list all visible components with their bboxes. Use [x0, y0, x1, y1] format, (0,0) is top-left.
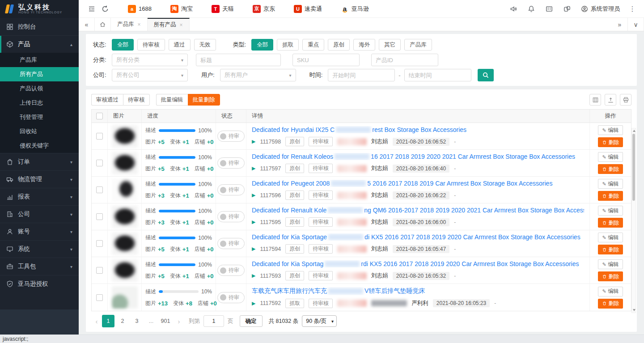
platform-link[interactable]: 淘 淘宝 — [170, 5, 193, 13]
more-menu-icon[interactable]: ⋮ — [627, 5, 638, 13]
edit-button[interactable]: ✎ 编辑 — [598, 179, 623, 189]
sidebar-item-order[interactable]: 订单▾ — [0, 153, 79, 170]
batch-edit-button[interactable]: 批量编辑 — [156, 94, 188, 106]
filter-chip[interactable]: 重点 — [302, 39, 324, 51]
scroll-up-icon[interactable] — [633, 130, 636, 132]
sidebar-item-company[interactable]: 公司▾ — [0, 205, 79, 223]
sidebar-item-system[interactable]: 系统▾ — [0, 240, 79, 258]
sidebar-subitem[interactable]: 侵权关键字 — [0, 139, 79, 153]
tabs-menu-button[interactable]: ∨ — [628, 18, 644, 31]
product-title-link[interactable]: Dedicated for Kia Sportag rdi KX5 2016 2… — [252, 260, 584, 267]
sidebar-item-amazon-auth[interactable]: 亚马逊授权 — [0, 275, 79, 292]
page-number[interactable]: 3 — [131, 315, 143, 327]
edit-button[interactable]: ✎ 编辑 — [598, 152, 623, 162]
sidebar-item-logistics[interactable]: 物流管理▾ — [0, 170, 79, 188]
product-title-link[interactable]: Dedicated for Kia Sportage di KX5 2016 2… — [252, 233, 584, 241]
sku-input[interactable] — [292, 54, 360, 66]
product-title-link[interactable]: Dedicated for Renault Koleos 16 2017 201… — [252, 153, 584, 160]
sidebar-item-account[interactable]: 账号▾ — [0, 223, 79, 240]
edit-button[interactable]: ✎ 编辑 — [598, 125, 623, 135]
play-icon[interactable]: ▶ — [252, 273, 255, 279]
platform-link[interactable]: 京 京东 — [253, 5, 275, 13]
platform-link[interactable]: a 1688 — [128, 5, 152, 13]
scrollbar-thumb[interactable] — [632, 134, 635, 201]
product-image[interactable] — [112, 233, 138, 255]
approve-button[interactable]: 审核通过 — [91, 94, 123, 106]
play-icon[interactable]: ▶ — [252, 192, 255, 198]
row-checkbox[interactable] — [96, 160, 103, 166]
play-icon[interactable]: ▶ — [252, 246, 255, 252]
platform-link[interactable]: a 亚马逊 — [341, 5, 369, 13]
goto-page-input[interactable] — [203, 315, 224, 327]
apps-grid-icon[interactable] — [542, 2, 556, 16]
edit-button[interactable]: ✎ 编辑 — [598, 233, 623, 242]
category-select[interactable]: 所有分类 ▾ — [112, 54, 188, 66]
page-number[interactable]: 2 — [116, 315, 129, 327]
product-title-link[interactable]: Dedicated for Peugeot 2008 5 2016 2017 2… — [252, 180, 584, 187]
tab-close-icon[interactable]: × — [138, 21, 141, 28]
user-select[interactable]: 所有用户 ▾ — [220, 69, 296, 81]
title-input[interactable] — [196, 54, 281, 66]
row-checkbox[interactable] — [96, 294, 103, 301]
delete-button[interactable]: 删除 — [598, 245, 623, 254]
tab-close-icon[interactable]: × — [180, 22, 183, 28]
prev-page-icon[interactable]: ‹ — [91, 318, 102, 325]
filter-chip[interactable]: 抓取 — [277, 39, 299, 51]
table-scrollbar[interactable] — [631, 128, 636, 313]
filter-chip[interactable]: 原创 — [328, 39, 350, 51]
product-image[interactable] — [112, 259, 138, 282]
page-number[interactable]: 1 — [102, 315, 114, 327]
sidebar-item-report[interactable]: 报表▾ — [0, 188, 79, 205]
tabs-scroll-left-button[interactable]: « — [79, 18, 95, 31]
product-title-link[interactable]: 车载充气床车用旅行汽车充 V轿车后排气垫睡觉床 — [252, 287, 584, 295]
edit-button[interactable]: ✎ 编辑 — [598, 206, 623, 216]
product-image[interactable] — [112, 152, 138, 174]
page-number[interactable]: ... — [145, 315, 157, 327]
sidebar-collapse-button[interactable] — [85, 2, 98, 16]
row-checkbox[interactable] — [96, 240, 103, 247]
delete-button[interactable]: 删除 — [598, 137, 623, 147]
home-tab-button[interactable] — [95, 18, 111, 31]
page-number[interactable]: 901 — [159, 315, 172, 327]
edit-button[interactable]: ✎ 编辑 — [598, 259, 623, 269]
set-pending-button[interactable]: 待审核 — [123, 94, 150, 106]
column-settings-icon[interactable] — [589, 94, 601, 106]
filter-chip[interactable]: 其它 — [379, 39, 401, 51]
sidebar-subitem[interactable]: 上传日志 — [0, 96, 79, 110]
row-checkbox[interactable] — [96, 213, 103, 220]
end-time-input[interactable] — [404, 69, 471, 81]
product-image[interactable] — [112, 179, 138, 201]
sidebar-subitem[interactable]: 刊登管理 — [0, 110, 79, 124]
product-image[interactable] — [112, 206, 138, 228]
user-menu[interactable]: 系统管理员 — [578, 5, 623, 13]
play-icon[interactable]: ▶ — [252, 139, 255, 144]
search-button[interactable] — [478, 69, 494, 81]
platform-switch-icon[interactable] — [560, 2, 574, 16]
filter-chip[interactable]: 通过 — [169, 39, 191, 51]
start-time-input[interactable] — [328, 69, 395, 81]
batch-delete-button[interactable]: 批量删除 — [188, 94, 220, 106]
product-image[interactable] — [112, 286, 138, 309]
page-size-select[interactable]: 90 条/页 ▾ — [302, 315, 337, 327]
next-page-icon[interactable]: › — [174, 318, 184, 325]
platform-link[interactable]: U 速卖通 — [294, 5, 322, 13]
platform-link[interactable]: T 天猫 — [212, 5, 234, 13]
sidebar-subitem[interactable]: 回收站 — [0, 124, 79, 139]
sidebar-item-product[interactable]: 产品▴ — [0, 35, 79, 53]
sidebar-subitem[interactable]: 产品认领 — [0, 81, 79, 96]
filter-chip[interactable]: 全部 — [112, 39, 134, 51]
refresh-button[interactable] — [98, 2, 112, 16]
filter-chip[interactable]: 海外 — [353, 39, 375, 51]
filter-chip[interactable]: 全部 — [251, 39, 273, 51]
delete-button[interactable]: 删除 — [598, 191, 623, 201]
company-select[interactable]: 所有公司 ▾ — [112, 69, 188, 81]
delete-button[interactable]: 删除 — [598, 218, 623, 228]
tabs-scroll-right-button[interactable]: » — [612, 18, 628, 31]
product-image[interactable] — [112, 125, 138, 148]
scroll-down-icon[interactable] — [633, 309, 636, 311]
sidebar-subitem[interactable]: 产品库 — [0, 53, 79, 67]
product-title-link[interactable]: Dedicated for Hyundai IX25 C rest Box St… — [252, 126, 584, 133]
notification-bell-icon[interactable] — [525, 2, 538, 16]
product-id-input[interactable] — [371, 54, 438, 66]
filter-chip[interactable]: 待审核 — [137, 39, 165, 51]
